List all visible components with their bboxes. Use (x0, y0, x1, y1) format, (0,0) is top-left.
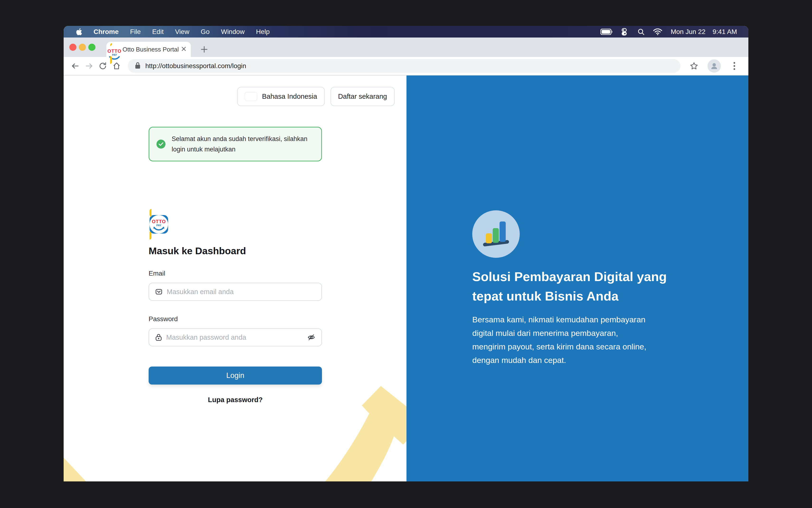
maximize-window-button[interactable] (88, 44, 95, 51)
envelope-icon (155, 288, 162, 295)
menu-item-chrome[interactable]: Chrome (93, 28, 119, 36)
browser-tab[interactable]: OTTOPAY Otto Business Portal (106, 42, 191, 57)
login-section: Bahasa Indonesia Daftar sekarang Selamat… (63, 76, 407, 481)
tab-close-icon[interactable] (181, 46, 186, 53)
padlock-icon[interactable] (135, 62, 140, 70)
promo-body-text: Bersama kami, nikmati kemudahan pembayar… (472, 313, 695, 367)
profile-avatar-icon[interactable] (708, 59, 721, 73)
login-button[interactable]: Login (148, 367, 322, 385)
menu-bar-time: 9:41 AM (713, 28, 737, 36)
menu-bar-clock[interactable]: Mon Jun 22 9:41 AM (671, 28, 737, 36)
password-label: Password (148, 315, 178, 323)
register-label: Daftar sekarang (338, 93, 387, 100)
macos-menu-bar: Chrome File Edit View Go Window Help Mon… (63, 26, 749, 38)
tab-title: Otto Business Portal (123, 46, 178, 53)
password-input[interactable] (166, 334, 303, 341)
promo-heading: Solusi Pembayaran Digital yang tepat unt… (472, 267, 700, 306)
promo-section: Solusi Pembayaran Digital yang tepat unt… (407, 76, 749, 481)
lock-icon (155, 334, 162, 341)
register-button[interactable]: Daftar sekarang (331, 87, 395, 106)
menu-bar-date: Mon Jun 22 (671, 28, 706, 36)
email-input[interactable] (167, 288, 315, 296)
apple-icon[interactable] (76, 28, 82, 36)
growth-arrow-decoration (297, 374, 407, 481)
menu-item-edit[interactable]: Edit (152, 28, 164, 36)
wifi-icon[interactable] (653, 29, 662, 35)
ottopay-logo: OTTO PAY (149, 211, 168, 238)
page-content: Bahasa Indonesia Daftar sekarang Selamat… (63, 76, 749, 481)
menu-item-go[interactable]: Go (201, 28, 209, 36)
back-button[interactable] (69, 59, 82, 73)
browser-tab-strip: OTTOPAY Otto Business Portal (63, 38, 749, 57)
forward-button[interactable] (82, 59, 96, 73)
email-field-wrapper (148, 283, 322, 301)
reload-button[interactable] (96, 59, 110, 73)
language-selector-button[interactable]: Bahasa Indonesia (237, 87, 325, 106)
menu-item-view[interactable]: View (175, 28, 189, 36)
window-controls (69, 44, 95, 51)
close-window-button[interactable] (69, 44, 77, 51)
menu-item-file[interactable]: File (130, 28, 141, 36)
toggle-password-visibility-icon[interactable] (307, 334, 315, 341)
spotlight-search-icon[interactable] (638, 28, 645, 35)
password-field-wrapper (148, 328, 322, 346)
forgot-password-link[interactable]: Lupa password? (148, 396, 322, 404)
language-label: Bahasa Indonesia (262, 93, 317, 100)
logo-sub-text: PAY (157, 224, 162, 227)
corner-decoration (63, 458, 86, 481)
bar-chart-icon (472, 210, 520, 258)
new-tab-button[interactable] (199, 44, 210, 55)
email-label: Email (148, 270, 165, 277)
page-title: Masuk ke Dashboard (148, 246, 246, 257)
logo-brand-text: OTTO (152, 219, 166, 224)
browser-toolbar: http://ottobusinessportal.com/login (63, 57, 749, 76)
url-text[interactable]: http://ottobusinessportal.com/login (145, 62, 246, 70)
control-center-icon[interactable] (621, 28, 629, 36)
menu-item-window[interactable]: Window (221, 28, 245, 36)
minimize-window-button[interactable] (79, 44, 86, 51)
menu-item-help[interactable]: Help (256, 28, 270, 36)
browser-menu-icon[interactable] (727, 59, 741, 73)
success-alert: Selamat akun anda sudah terverifikasi, s… (148, 127, 322, 161)
logo-smile-icon (153, 227, 165, 231)
tab-favicon: OTTOPAY (110, 45, 119, 54)
mac-screen: Chrome File Edit View Go Window Help Mon… (63, 26, 749, 481)
battery-icon[interactable] (600, 29, 613, 35)
address-bar[interactable]: http://ottobusinessportal.com/login (128, 59, 680, 73)
indonesia-flag-icon (245, 92, 257, 101)
check-circle-icon (157, 139, 166, 149)
bookmark-star-icon[interactable] (687, 59, 701, 73)
success-alert-message: Selamat akun anda sudah terverifikasi, s… (172, 134, 307, 155)
